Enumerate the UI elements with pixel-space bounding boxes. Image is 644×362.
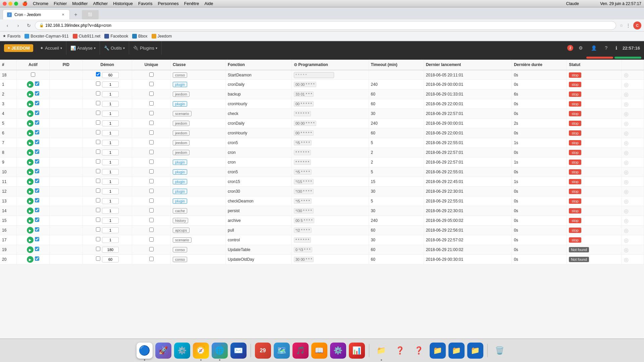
action-circle-18[interactable]: ◎ xyxy=(624,72,629,78)
dock-mail[interactable]: ✉️ xyxy=(230,343,247,359)
bookmark-jeedom[interactable]: Jeedom xyxy=(152,34,172,39)
dock-chrome[interactable]: 🌐 xyxy=(212,343,228,359)
play-button-20[interactable]: ▶ xyxy=(27,256,34,263)
stop-button[interactable]: stop xyxy=(569,92,581,97)
demon-checkbox-6[interactable] xyxy=(96,130,100,134)
play-button-15[interactable]: ▶ xyxy=(27,217,34,224)
play-button-13[interactable]: ▶ xyxy=(27,198,34,204)
dock-safari[interactable]: 🧭 xyxy=(193,343,209,359)
actif-checkbox-5[interactable] xyxy=(35,120,39,125)
demon-checkbox-12[interactable] xyxy=(96,188,100,193)
back-button[interactable]: ‹ xyxy=(3,21,12,30)
stop-button[interactable]: stop xyxy=(569,179,581,184)
unique-checkbox-9[interactable] xyxy=(149,160,154,164)
menu-personnes[interactable]: Personnes xyxy=(158,1,179,6)
nav-accueil[interactable]: ✦ Accueil ▾ xyxy=(36,41,66,55)
dock-preferences[interactable]: ⚙️ xyxy=(174,343,190,359)
play-button-10[interactable]: ▶ xyxy=(27,169,34,175)
dock-launchpad[interactable]: 🚀 xyxy=(155,343,171,359)
stop-button[interactable]: stop xyxy=(569,121,581,126)
menu-favoris[interactable]: Favoris xyxy=(138,1,153,6)
demon-checkbox-13[interactable] xyxy=(96,198,100,202)
nav-info-icon[interactable]: ℹ xyxy=(613,44,620,52)
play-button-12[interactable]: ▶ xyxy=(27,188,34,195)
demon-input-6[interactable] xyxy=(102,130,119,136)
demon-checkbox-10[interactable] xyxy=(96,169,100,173)
demon-checkbox-2[interactable] xyxy=(96,91,100,96)
play-button-16[interactable]: ▶ xyxy=(27,227,34,234)
bookmark-boxster[interactable]: Boxster-Cayman-911 xyxy=(24,34,68,39)
unique-checkbox-16[interactable] xyxy=(149,228,154,232)
stop-button[interactable]: stop xyxy=(569,228,581,233)
stop-button[interactable]: stop xyxy=(569,82,581,87)
actif-checkbox-16[interactable] xyxy=(35,227,39,232)
bookmark-facebook[interactable]: Facebook xyxy=(104,34,128,39)
actif-checkbox-7[interactable] xyxy=(35,140,39,144)
dock-finder[interactable]: 🔵 xyxy=(137,343,153,359)
action-circle-10[interactable]: ◎ xyxy=(624,169,629,175)
stop-button[interactable]: stop xyxy=(569,169,581,175)
demon-input-2[interactable] xyxy=(102,91,119,97)
not-found-button[interactable]: Not found xyxy=(569,247,589,252)
unique-checkbox-12[interactable] xyxy=(149,189,154,193)
unique-checkbox-15[interactable] xyxy=(149,218,154,222)
dock-activity[interactable]: 📊 xyxy=(349,343,365,359)
menu-modifier[interactable]: Modifier xyxy=(72,1,88,6)
stop-button[interactable]: stop xyxy=(569,160,581,165)
demon-input-8[interactable] xyxy=(102,149,119,156)
demon-checkbox-4[interactable] xyxy=(96,111,100,115)
profile-button[interactable]: C xyxy=(633,21,641,29)
menu-fenetre[interactable]: Fenêtre xyxy=(184,1,199,6)
demon-input-16[interactable] xyxy=(102,227,119,233)
action-circle-1[interactable]: ◎ xyxy=(624,82,629,87)
actif-checkbox-15[interactable] xyxy=(35,218,39,222)
stop-button[interactable]: stop xyxy=(569,150,581,155)
menu-fichier[interactable]: Fichier xyxy=(54,1,67,6)
demon-checkbox-16[interactable] xyxy=(96,227,100,232)
unique-checkbox-4[interactable] xyxy=(149,111,154,115)
unique-checkbox-8[interactable] xyxy=(149,150,154,154)
nav-outils[interactable]: 🔧 Outils ▾ xyxy=(100,41,129,55)
dock-folder3[interactable]: 📁 xyxy=(448,343,465,359)
unique-checkbox-13[interactable] xyxy=(149,198,154,203)
actif-checkbox-1[interactable] xyxy=(35,81,39,86)
nav-analyse[interactable]: 📊 Analyse ▾ xyxy=(66,41,100,55)
play-button-17[interactable]: ▶ xyxy=(27,237,34,243)
demon-checkbox-20[interactable] xyxy=(96,256,100,261)
demon-checkbox-14[interactable] xyxy=(96,208,100,212)
close-window-button[interactable] xyxy=(3,2,7,6)
stop-button[interactable]: stop xyxy=(569,111,581,116)
stop-button[interactable]: stop xyxy=(569,237,581,243)
nav-user-icon[interactable]: 👤 xyxy=(588,44,599,52)
address-bar[interactable]: 🔒 192.168.1.39/index.php?v=d&p=cron xyxy=(35,21,616,30)
play-button-4[interactable]: ▶ xyxy=(27,110,34,117)
dock-maps[interactable]: 🗺️ xyxy=(274,343,290,359)
nav-plugins[interactable]: 🔌 Plugins ▾ xyxy=(129,41,162,55)
dock-settings2[interactable]: ⚙️ xyxy=(330,343,346,359)
play-button-7[interactable]: ▶ xyxy=(27,139,34,146)
play-button-9[interactable]: ▶ xyxy=(27,159,34,166)
menu-historique[interactable]: Historique xyxy=(113,1,133,6)
demon-input-10[interactable] xyxy=(102,169,119,175)
actif-checkbox-6[interactable] xyxy=(35,130,39,134)
demon-input-15[interactable] xyxy=(102,218,119,224)
demon-input-11[interactable] xyxy=(102,179,119,185)
stop-button[interactable]: stop xyxy=(569,218,581,223)
actif-checkbox-18[interactable] xyxy=(31,72,35,77)
minimize-window-button[interactable] xyxy=(8,2,12,6)
dock-music[interactable]: 🎵 xyxy=(292,343,309,359)
demon-checkbox-17[interactable] xyxy=(96,237,100,241)
action-circle-6[interactable]: ◎ xyxy=(624,130,629,136)
action-circle-14[interactable]: ◎ xyxy=(624,208,629,214)
dock-folder2[interactable]: 📁 xyxy=(430,343,446,359)
action-circle-15[interactable]: ◎ xyxy=(624,218,629,224)
extensions-button[interactable]: ⋮ xyxy=(626,23,631,28)
action-circle-12[interactable]: ◎ xyxy=(624,189,629,194)
demon-checkbox-3[interactable] xyxy=(96,101,100,105)
demon-input-3[interactable] xyxy=(102,101,119,107)
menu-chrome[interactable]: Chrome xyxy=(33,1,48,6)
dock-calendar[interactable]: 29 xyxy=(255,343,271,359)
action-circle-11[interactable]: ◎ xyxy=(624,179,629,185)
stop-button[interactable]: stop xyxy=(569,208,581,214)
not-found-button[interactable]: Not found xyxy=(569,257,589,262)
